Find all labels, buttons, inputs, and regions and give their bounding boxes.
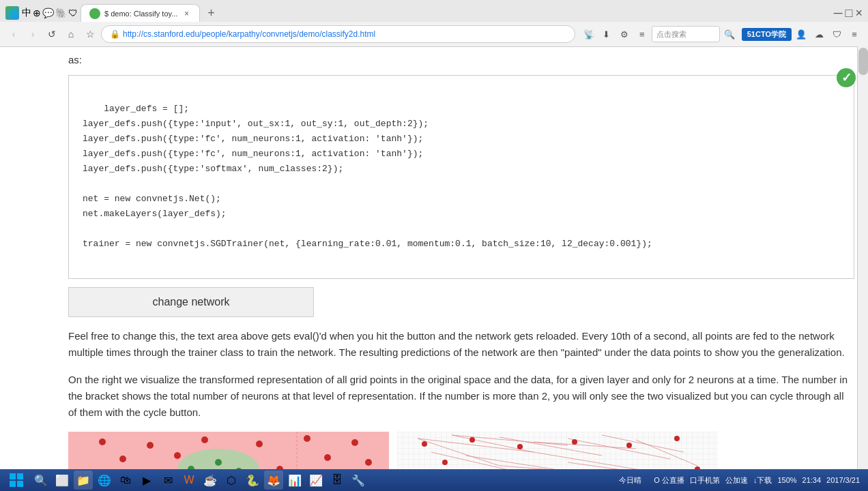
- visualization-row: [68, 432, 854, 470]
- active-tab[interactable]: $ demo: Classify toy... ×: [81, 4, 200, 22]
- taskbar-task-view-icon[interactable]: ⬜: [53, 471, 72, 490]
- accel-label: 公加速: [725, 475, 748, 486]
- taskbar-edge-icon[interactable]: 🌐: [95, 471, 114, 490]
- dl-label: ↓下载: [753, 475, 772, 486]
- taskbar-db-icon[interactable]: 🗄: [328, 471, 347, 490]
- settings-icon1[interactable]: ⚙: [616, 26, 633, 42]
- taskbar: 🔍 ⬜ 📁 🌐 🛍 ▶ ✉ W ☕ ⬡ 🐍 🦊 📊 📈 🗄 🔧 今日晴 O 公直…: [0, 469, 868, 491]
- taskbar-app1-icon[interactable]: 🦊: [264, 471, 283, 490]
- settings-icon2[interactable]: ≡: [634, 26, 650, 42]
- taskbar-mail-icon[interactable]: ✉: [158, 471, 177, 490]
- status-today: 今日晴: [619, 475, 641, 486]
- viz-panel-right: [397, 432, 718, 470]
- network-viz-svg: [397, 432, 718, 470]
- taskbar-search-icon[interactable]: 🔍: [31, 471, 50, 490]
- taskbar-app2-icon[interactable]: 📊: [285, 471, 304, 490]
- svg-point-2: [99, 438, 106, 445]
- taskbar-player-icon[interactable]: ▶: [137, 471, 156, 490]
- svg-point-41: [674, 436, 680, 441]
- download-icon[interactable]: ⬇: [598, 26, 615, 42]
- back-btn[interactable]: ‹: [5, 26, 22, 42]
- taskbar-pycharm-icon[interactable]: 🐍: [243, 471, 262, 490]
- page-content: as: layer_defs = []; layer_defs.push({ty…: [0, 47, 868, 470]
- start-button[interactable]: [3, 471, 30, 490]
- address-bar-row: ‹ › ↺ ⌂ ☆ 🔒 http://cs.stanford.edu/peopl…: [0, 22, 868, 46]
- search-placeholder: 点击搜索: [656, 29, 686, 40]
- scatter-plot-svg: [68, 432, 389, 470]
- search-btn[interactable]: 🔍: [721, 26, 738, 42]
- url-text: http://cs.stanford.edu/people/karpathy/c…: [123, 29, 566, 39]
- windows-logo-icon: [8, 472, 25, 488]
- tab-bar: 🌐 中 ⊕ 💬 🐘 🛡 $ demo: Classify toy... × + …: [0, 0, 868, 22]
- svg-point-6: [304, 435, 310, 442]
- intro-text: as:: [68, 53, 854, 68]
- svg-rect-45: [17, 473, 23, 479]
- viz-panel-left: [68, 432, 389, 470]
- svg-rect-44: [10, 473, 16, 479]
- icon1: 中: [22, 7, 31, 19]
- svg-point-10: [324, 454, 331, 461]
- logo-text: 51CTO学院: [742, 28, 792, 41]
- star-btn[interactable]: ☆: [82, 26, 98, 42]
- secure-icon: 🔒: [110, 29, 120, 39]
- shield-icon[interactable]: 🛡: [828, 26, 845, 42]
- green-indicator: ✓: [837, 68, 856, 87]
- taskbar-right: O 公直播 口手机第 公加速 ↓下载 150% 21:34 2017/3/21: [648, 475, 865, 486]
- forward-btn[interactable]: ›: [25, 26, 41, 42]
- taskbar-app3-icon[interactable]: 📈: [306, 471, 326, 490]
- refresh-btn[interactable]: ↺: [44, 26, 60, 42]
- code-text: layer_defs = []; layer_defs.push({type:'…: [83, 104, 652, 250]
- scrollbar-thumb[interactable]: [858, 48, 868, 75]
- svg-point-37: [469, 437, 475, 443]
- minimize-btn[interactable]: ─: [834, 6, 843, 20]
- taskbar-store-icon[interactable]: 🛍: [116, 471, 135, 490]
- svg-point-36: [422, 441, 427, 447]
- tab-close-btn[interactable]: ×: [182, 9, 191, 18]
- code-block: layer_defs = []; layer_defs.push({type:'…: [68, 75, 854, 279]
- taskbar-tool-icon[interactable]: 🔧: [349, 471, 368, 490]
- svg-point-40: [626, 443, 632, 448]
- svg-point-38: [517, 444, 523, 449]
- cloud-icon[interactable]: ☁: [811, 26, 827, 42]
- toolbar-right: 📡 ⬇ ⚙ ≡ 点击搜索 🔍 51CTO学院 👤 ☁ 🛡 ≡: [581, 26, 863, 42]
- icon2: ⊕: [33, 8, 41, 18]
- new-tab-button[interactable]: +: [203, 5, 219, 21]
- taskbar-date: 2017/3/21: [826, 476, 860, 484]
- icon4: 🐘: [55, 8, 67, 18]
- rss-icon[interactable]: 📡: [581, 26, 597, 42]
- svg-point-7: [351, 439, 358, 446]
- change-network-button[interactable]: change network: [68, 287, 314, 317]
- taskbar-explorer-icon[interactable]: 📁: [74, 471, 93, 490]
- browser-chrome: 🌐 中 ⊕ 💬 🐘 🛡 $ demo: Classify toy... × + …: [0, 0, 868, 47]
- scrollbar[interactable]: [857, 46, 868, 469]
- maximize-btn[interactable]: □: [845, 6, 853, 20]
- icon5: 🛡: [68, 8, 78, 18]
- menu-icon[interactable]: ≡: [846, 26, 863, 42]
- tab-favicon: [89, 8, 100, 19]
- svg-point-8: [119, 456, 126, 462]
- taskbar-java-icon[interactable]: ☕: [201, 471, 220, 490]
- svg-point-42: [442, 460, 448, 465]
- svg-point-4: [201, 436, 208, 443]
- address-bar[interactable]: 🔒 http://cs.stanford.edu/people/karpathy…: [101, 25, 575, 43]
- taskbar-time: 21:34: [802, 476, 822, 484]
- svg-point-9: [174, 452, 181, 459]
- zoom-level: 150%: [777, 476, 796, 484]
- description-paragraph-2: On the right we visualize the transforme…: [68, 372, 854, 421]
- svg-point-39: [572, 439, 577, 445]
- taskbar-office-icon[interactable]: W: [179, 471, 199, 490]
- description-paragraph-1: Feel free to change this, the text area …: [68, 328, 854, 361]
- close-btn[interactable]: ×: [855, 6, 863, 20]
- svg-point-11: [365, 459, 372, 466]
- taskbar-icons: 🔍 ⬜ 📁 🌐 🛍 ▶ ✉ W ☕ ⬡ 🐍 🦊 📊 📈 🗄 🔧: [31, 471, 612, 490]
- svg-point-3: [147, 442, 154, 449]
- home-btn[interactable]: ⌂: [63, 26, 79, 42]
- svg-rect-46: [10, 481, 16, 487]
- mobile-label: 口手机第: [690, 475, 720, 486]
- status-bar-left: 今日晴: [613, 475, 647, 486]
- taskbar-eclipse-icon[interactable]: ⬡: [222, 471, 241, 490]
- icon3: 💬: [42, 8, 54, 18]
- live-label: O 公直播: [654, 475, 684, 486]
- search-box[interactable]: 点击搜索: [652, 26, 720, 42]
- user-icon[interactable]: 👤: [793, 26, 809, 42]
